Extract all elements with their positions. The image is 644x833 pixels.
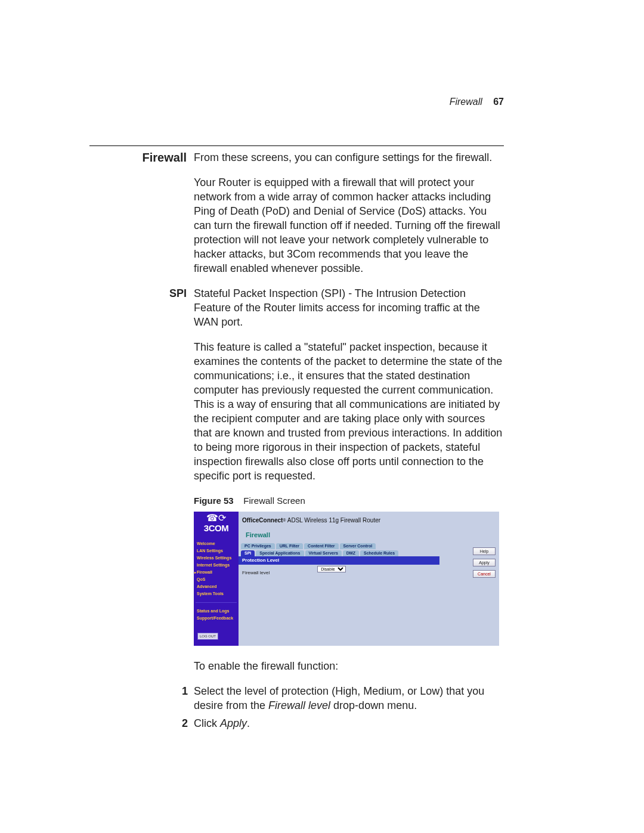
tab-virtual-servers[interactable]: Virtual Servers	[305, 550, 342, 556]
router-logo: ☎⟳ 3COM	[194, 514, 239, 535]
running-header: Firewall 67	[450, 97, 504, 107]
product-model: ADSL Wireless 11g Firewall Router	[287, 517, 380, 524]
firewall-screen-screenshot: ☎⟳ 3COM WelcomeLAN SettingsWireless Sett…	[194, 512, 499, 646]
tab-content-filter[interactable]: Content Filter	[304, 543, 339, 549]
product-brand: OfficeConnect	[242, 517, 283, 524]
sidebar-item-status-and-logs[interactable]: Status and Logs	[196, 608, 237, 615]
running-header-chapter: Firewall	[450, 97, 482, 107]
step-2: 2 Click Apply.	[194, 716, 504, 730]
panel-heading-protection-level: Protection Level	[239, 556, 439, 565]
router-sidebar: ☎⟳ 3COM WelcomeLAN SettingsWireless Sett…	[194, 512, 239, 646]
sidebar-item-welcome[interactable]: Welcome	[196, 540, 237, 547]
figure-caption-text: Firewall Screen	[243, 496, 305, 506]
firewall-body-paragraph: Your Router is equipped with a firewall …	[194, 175, 504, 275]
header-rule	[89, 145, 504, 146]
section-heading-firewall: Firewall	[89, 150, 194, 165]
sidebar-item-lan-settings[interactable]: LAN Settings	[196, 547, 237, 555]
firewall-level-select[interactable]: Disable	[317, 566, 346, 572]
tab-url-filter[interactable]: URL Filter	[276, 543, 303, 549]
tab-server-control[interactable]: Server Control	[340, 543, 376, 549]
step-2-text-pre: Click	[194, 717, 220, 729]
cancel-button[interactable]: Cancel	[473, 570, 496, 578]
sidebar-item-wireless-settings[interactable]: Wireless Settings	[196, 555, 237, 562]
step-1-text-post: drop-down menu.	[330, 699, 417, 711]
step-1-em: Firewall level	[268, 699, 330, 711]
apply-button[interactable]: Apply	[473, 559, 496, 566]
firewall-level-label: Firewall level	[242, 566, 270, 637]
step-2-em: Apply	[220, 717, 247, 729]
sidebar-item-firewall[interactable]: Firewall	[196, 569, 237, 576]
spi-paragraph-1: Stateful Packet Inspection (SPI) - The I…	[194, 286, 504, 329]
step-1: 1 Select the level of protection (High, …	[194, 684, 504, 713]
tab-dmz[interactable]: DMZ	[343, 550, 359, 556]
logout-button[interactable]: LOG OUT	[197, 633, 218, 640]
registered-icon: ®	[283, 518, 286, 522]
step-2-text-post: .	[247, 717, 250, 729]
tab-pc-privileges[interactable]: PC Privileges	[241, 543, 275, 549]
tab-schedule-rules[interactable]: Schedule Rules	[360, 550, 398, 556]
figure-caption: Figure 53 Firewall Screen	[194, 494, 504, 508]
nav-separator	[196, 602, 237, 603]
sidebar-item-system-tools[interactable]: System Tools	[196, 590, 237, 597]
sidebar-item-advanced[interactable]: Advanced	[196, 583, 237, 590]
tab-special-applications[interactable]: Special Applications	[256, 550, 304, 556]
sidebar-item-support-feedback[interactable]: Support/Feedback	[196, 615, 237, 622]
firewall-intro-paragraph: From these screens, you can configure se…	[194, 150, 504, 165]
running-header-page-number: 67	[493, 97, 504, 107]
router-main-panel: OfficeConnect® ADSL Wireless 11g Firewal…	[239, 512, 499, 646]
spi-paragraph-2: This feature is called a "stateful" pack…	[194, 340, 504, 483]
sidebar-item-internet-settings[interactable]: Internet Settings	[196, 562, 237, 569]
sidebar-item-qos[interactable]: QoS	[196, 576, 237, 583]
help-button[interactable]: Help	[473, 547, 496, 555]
tab-spi[interactable]: SPI	[241, 550, 255, 556]
figure-label: Figure 53	[194, 496, 234, 506]
logo-text: 3COM	[194, 521, 239, 535]
product-title: OfficeConnect® ADSL Wireless 11g Firewal…	[239, 512, 499, 529]
router-section-title: Firewall	[239, 528, 499, 542]
subsection-heading-spi: SPI	[89, 286, 194, 301]
enable-firewall-lead: To enable the firewall function:	[194, 659, 504, 673]
